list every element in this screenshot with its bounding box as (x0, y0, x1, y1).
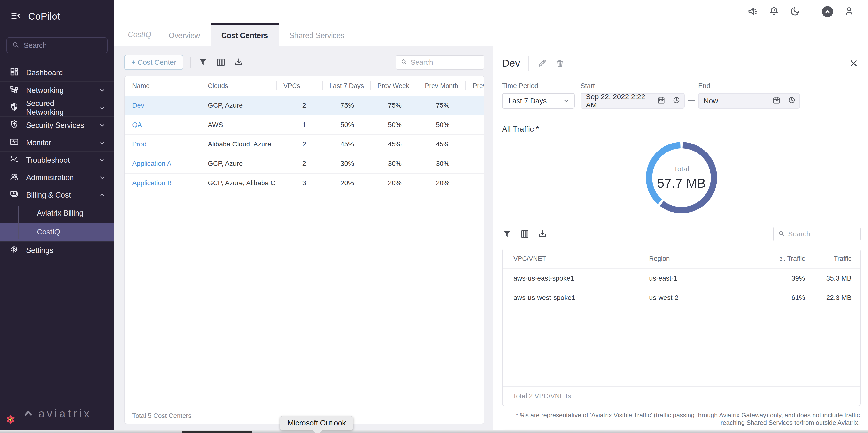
end-datetime-input[interactable]: Now (698, 93, 800, 109)
column-header[interactable]: Region (642, 249, 780, 268)
announcements-icon[interactable] (747, 6, 758, 18)
table-header-row: VPC/VNET Region Rel. Traffic Traffic (502, 249, 860, 268)
dark-mode-icon[interactable] (790, 6, 800, 17)
sidebar-item-costiq[interactable]: CostIQ (0, 223, 114, 241)
clock-icon[interactable] (788, 96, 796, 106)
sidebar-item-administration[interactable]: Administration (0, 169, 114, 186)
vpc-cell: aws-us-east-spoke1 (502, 275, 642, 282)
download-icon[interactable] (538, 229, 548, 239)
sidebar-item-monitor[interactable]: Monitor (0, 134, 114, 151)
tab-overview[interactable]: Overview (158, 23, 211, 46)
vpcs-cell: 3 (276, 179, 322, 187)
sidebar-collapse-icon[interactable] (11, 11, 21, 22)
time-period-select[interactable]: Last 7 Days (502, 93, 575, 109)
cost-center-detail-panel: Dev Time Period Last 7 Days (493, 46, 868, 433)
column-header[interactable]: VPCs (276, 76, 322, 95)
sidebar-item-billing-cost[interactable]: Billing & Cost (0, 186, 114, 204)
search-icon (12, 41, 20, 50)
column-header[interactable]: VPC/VNET (502, 249, 642, 268)
cost-centers-search[interactable] (396, 55, 485, 69)
delete-icon[interactable] (555, 58, 565, 68)
tab-cost-centers[interactable]: Cost Centers (211, 23, 279, 46)
column-header[interactable]: Traffic (814, 249, 860, 268)
vpc-table: VPC/VNET Region Rel. Traffic Traffic aws… (502, 249, 861, 406)
prev-week-cell: 30% (370, 160, 417, 168)
shield-plus-icon (10, 120, 19, 131)
last7-cell: 45% (322, 140, 370, 148)
calendar-icon[interactable] (657, 96, 665, 106)
main-area: CostIQ Overview Cost Centers Shared Serv… (114, 0, 868, 433)
start-datetime-input[interactable]: Sep 22, 2022 2:22 AM (581, 93, 685, 109)
notifications-icon[interactable] (769, 6, 779, 18)
tab-shared-services[interactable]: Shared Services (279, 23, 355, 46)
filter-icon[interactable] (198, 57, 208, 67)
time-period-value: Last 7 Days (508, 97, 547, 105)
sidebar-item-security-services[interactable]: Security Services (0, 116, 114, 134)
prev-month-cell: 20% (417, 179, 465, 187)
input-divider (669, 96, 669, 106)
last7-cell: 20% (322, 179, 370, 187)
profile-icon[interactable] (844, 6, 855, 18)
table-footer: Total 2 VPC/VNETs (502, 386, 860, 406)
sidebar-subitem-label: CostIQ (37, 228, 60, 236)
chevron-down-icon (99, 174, 105, 181)
table-row[interactable]: Application B GCP, Azure, Alibaba C 3 20… (125, 173, 484, 193)
column-header[interactable]: Rel. Traffic (780, 249, 814, 268)
sidebar-search[interactable] (6, 37, 107, 53)
app-title: CoPilot (28, 11, 60, 22)
add-cost-center-button[interactable]: + Cost Center (124, 55, 183, 70)
table-row[interactable]: aws-us-east-spoke1 us-east-1 39% 35.3 MB (502, 268, 860, 288)
table-row[interactable]: QA AWS 1 50% 50% 50% (125, 115, 484, 134)
table-row[interactable]: aws-us-west-spoke1 us-west-2 61% 22.3 MB (502, 288, 860, 307)
cost-center-link[interactable]: Prod (132, 140, 147, 148)
cost-center-link[interactable]: Dev (132, 102, 144, 109)
clock-icon[interactable] (673, 96, 680, 106)
column-header[interactable]: Prev (465, 76, 484, 95)
sidebar-item-secured-networking[interactable]: Secured Networking (0, 99, 114, 116)
vpc-search[interactable] (773, 227, 861, 241)
sidebar-item-troubleshoot[interactable]: Troubleshoot (0, 151, 114, 169)
donut-center-label: Total (674, 165, 689, 173)
end-label: End (698, 82, 800, 90)
table-row[interactable]: Dev GCP, Azure 2 75% 75% 75% (125, 95, 484, 115)
cost-center-link[interactable]: Application A (132, 160, 172, 167)
cost-center-link[interactable]: Application B (132, 179, 172, 187)
chevron-down-icon (99, 139, 105, 146)
monitor-icon (10, 137, 19, 148)
vpc-search-input[interactable] (788, 230, 856, 238)
table-row[interactable]: Application A GCP, Azure 2 30% 30% 30% (125, 154, 484, 173)
sidebar-item-networking[interactable]: Networking (0, 82, 114, 99)
edit-icon[interactable] (537, 58, 547, 68)
content: + Cost Center Name Clouds (114, 46, 868, 433)
column-header[interactable]: Clouds (200, 76, 276, 95)
columns-icon[interactable] (216, 57, 226, 67)
sidebar-search-input[interactable] (24, 41, 102, 50)
aviatrix-account-icon[interactable] (822, 6, 833, 17)
column-header[interactable]: Name (125, 76, 200, 95)
section-divider (502, 116, 861, 116)
donut-center-value: 57.7 MB (657, 176, 706, 191)
download-icon[interactable] (234, 57, 244, 67)
time-controls: Time Period Last 7 Days Start Sep 22, 20… (502, 82, 861, 109)
calendar-icon[interactable] (772, 96, 781, 106)
sidebar-item-dashboard[interactable]: Dashboard (0, 64, 114, 82)
sidebar-item-settings[interactable]: Settings (0, 241, 114, 259)
sidebar-item-aviatrix-billing[interactable]: Aviatrix Billing (0, 204, 114, 223)
column-header[interactable]: Prev Month (417, 76, 465, 95)
prev-week-cell: 50% (370, 121, 417, 129)
column-header[interactable]: Prev Week (370, 76, 417, 95)
column-header[interactable]: Last 7 Days (322, 76, 370, 95)
table-row[interactable]: Prod Alibaba Cloud, Azure 2 45% 45% 45% (125, 134, 484, 154)
close-icon[interactable] (849, 59, 858, 68)
all-traffic-chart: Total 57.7 MB (502, 139, 861, 220)
cost-centers-search-input[interactable] (411, 58, 479, 66)
filter-icon[interactable] (502, 229, 512, 239)
submenu-guide-line (19, 206, 19, 239)
cost-centers-pane: + Cost Center Name Clouds (114, 46, 493, 433)
last7-cell: 30% (322, 160, 370, 168)
sidebar-item-label: Troubleshoot (26, 156, 70, 165)
topbar-divider (811, 5, 811, 18)
columns-icon[interactable] (520, 229, 530, 239)
sidebar-item-label: Networking (26, 86, 64, 95)
cost-center-link[interactable]: QA (132, 121, 142, 128)
